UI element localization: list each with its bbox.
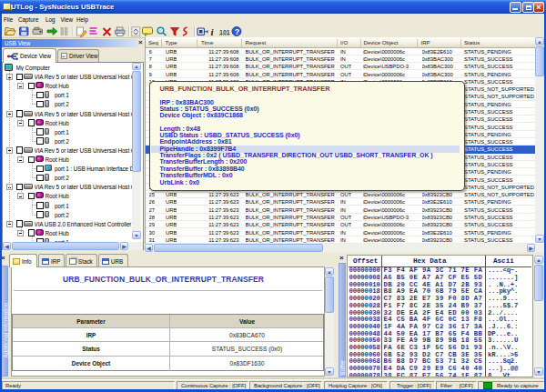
svg-text:i: i [211, 26, 215, 37]
svg-text:101: 101 [219, 29, 230, 35]
svg-text:?: ? [235, 27, 240, 36]
